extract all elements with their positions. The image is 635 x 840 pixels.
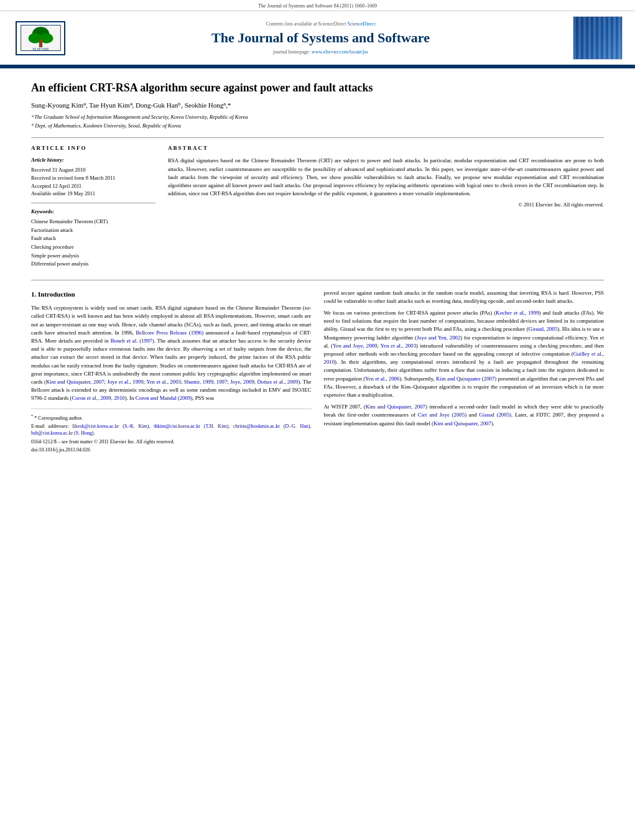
dottax-link[interactable]: Dottax et al., 2009: [257, 379, 298, 385]
date-online: Available online 19 May 2011: [31, 190, 155, 198]
intro-para-1: The RSA cryptosystem is widely used on s…: [31, 304, 312, 402]
copyright: © 2011 Elsevier Inc. All rights reserved…: [168, 201, 604, 209]
date-revised: Received in revised form 8 March 2011: [31, 174, 155, 182]
homepage-label: journal homepage:: [273, 49, 310, 55]
journal-citation-bar: The Journal of Systems and Software 84 (…: [0, 0, 635, 11]
homepage-line: journal homepage: www.elsevier.com/locat…: [81, 48, 560, 55]
article-info-column: ARTICLE INFO Article history: Received 3…: [31, 144, 155, 269]
abstract-column: ABSTRACT RSA digital signatures based on…: [168, 144, 604, 269]
giraud-link[interactable]: Giraud, 2005: [529, 326, 558, 332]
keyword-3: Fault attack: [31, 234, 155, 243]
keyword-5: Simple power analysis: [31, 252, 155, 261]
yen-2006-link[interactable]: Yen et al., 2006: [365, 376, 399, 382]
guilley-link[interactable]: Guilley et al., 2010: [324, 351, 605, 365]
article-info-abstract-section: ARTICLE INFO Article history: Received 3…: [31, 137, 604, 269]
joye-link-2[interactable]: Joye, 2009: [230, 379, 254, 385]
abstract-text: RSA digital signatures based on the Chin…: [168, 157, 604, 198]
journal-citation: The Journal of Systems and Software 84 (…: [258, 3, 377, 9]
elsevier-logo-svg: ELSEVIER: [17, 22, 64, 53]
contents-line: Contents lists available at ScienceDirec…: [81, 21, 560, 27]
svg-text:ELSEVIER: ELSEVIER: [32, 48, 49, 52]
elsevier-logo: ELSEVIER: [12, 21, 68, 55]
footnote-emails: E-mail addresses: likesk@cist.korea.ac.k…: [31, 423, 312, 436]
ciet-joye-link[interactable]: Ciet and Joye (2005): [418, 412, 466, 418]
keyword-1: Chinese Remainder Theorem (CRT): [31, 218, 155, 226]
yen-link-1[interactable]: Yen et al., 2003: [146, 379, 181, 385]
affiliations: ᵃ The Graduate School of Information Man…: [31, 114, 604, 130]
yen-joye-link[interactable]: Yen and Joye, 2000: [333, 343, 377, 349]
bellcore-link[interactable]: Bellcore Press Release (1996): [136, 330, 203, 336]
kim-quis-fdtc-link[interactable]: Kim and Quisquater, 2007: [433, 420, 491, 427]
body-section: 1. Introduction The RSA cryptosystem is …: [31, 280, 604, 455]
coron-mandal-link[interactable]: Coron and Mandal (2009): [136, 395, 193, 401]
shamir-link[interactable]: Shamir, 1999, 1997: [184, 379, 228, 385]
corresponding-label: * Corresponding author.: [34, 415, 83, 421]
kim-quis-2007-link[interactable]: Kim and Quisquater (2007): [436, 376, 496, 382]
kim-quis-wistp-link[interactable]: Kim and Quisquater, 2007: [366, 404, 425, 410]
intro-right-para-1: proved secure against random fault attac…: [324, 289, 605, 305]
elsevier-logo-box: ELSEVIER: [16, 21, 65, 55]
keyword-6: Differential power analysis: [31, 260, 155, 269]
svg-rect-4: [39, 39, 42, 47]
giraud-2005-link[interactable]: Giraud (2005): [479, 412, 511, 418]
intro-heading: 1. Introduction: [31, 289, 312, 300]
article-dates: Received 31 August 2010 Received in revi…: [31, 166, 155, 198]
date-accepted: Accepted 12 April 2011: [31, 182, 155, 190]
homepage-url[interactable]: www.elsevier.com/locate/jss: [312, 49, 368, 55]
email-label: E-mail addresses:: [31, 423, 68, 429]
abstract-heading: ABSTRACT: [168, 144, 604, 152]
paper-title: An efficient CRT-RSA algorithm secure ag…: [31, 81, 604, 95]
journal-title: The Journal of Systems and Software: [81, 30, 560, 46]
yen-2003-link[interactable]: Yen et al., 2003: [381, 343, 417, 349]
article-info-heading: ARTICLE INFO: [31, 144, 155, 152]
body-col-left: 1. Introduction The RSA cryptosystem is …: [31, 289, 312, 455]
keyword-2: Factorization attack: [31, 226, 155, 235]
footnote-corresponding: * * Corresponding author.: [31, 413, 312, 422]
intro-right-para-3: At WISTP 2007, (Kim and Quisquater, 2007…: [324, 403, 605, 428]
contents-text: Contents lists available at ScienceDirec…: [266, 21, 346, 27]
joye-link-1[interactable]: Joye et al., 1999: [108, 379, 144, 385]
joye-yen-link[interactable]: Joye and Yen, 2002: [417, 335, 460, 341]
journal-thumb-stripes: [573, 17, 622, 59]
info-divider: [31, 203, 155, 203]
affiliation-b: ᵇ Dept. of Mathematics, Kookmin Universi…: [31, 122, 604, 130]
boneh-link[interactable]: Boneh et al. (1997): [111, 338, 154, 344]
keywords-label: Keywords:: [31, 208, 155, 216]
coron-link[interactable]: Coron et al., 2009, 2010: [72, 395, 124, 401]
journal-header: ELSEVIER Contents lists available at Sci…: [0, 11, 635, 66]
main-content: An efficient CRT-RSA algorithm secure ag…: [0, 68, 635, 467]
footnote-section: * * Corresponding author. E-mail address…: [31, 408, 312, 453]
journal-thumbnail: [573, 16, 623, 60]
sciencedirect-link[interactable]: ScienceDirect: [347, 21, 375, 27]
two-col-body: 1. Introduction The RSA cryptosystem is …: [31, 289, 604, 455]
journal-center: Contents lists available at ScienceDirec…: [68, 21, 573, 56]
kocher-link[interactable]: Kocher et al., 1999: [496, 310, 539, 316]
article-history-label: Article history:: [31, 157, 155, 164]
authors: Sung-Kyoung Kimᵃ, Tae Hyun Kimᵃ, Dong-Gu…: [31, 101, 604, 110]
intro-right-para-2: We focus on various protections for CRT-…: [324, 309, 605, 399]
keyword-4: Checking procedure: [31, 243, 155, 252]
kim-quisquater-link-1[interactable]: Kim and Quisquater, 2007: [46, 379, 104, 385]
date-received: Received 31 August 2010: [31, 166, 155, 174]
email-link[interactable]: likesk@cist.korea.ac.kr (S.-K. Kim), thk…: [31, 423, 312, 436]
affiliation-a: ᵃ The Graduate School of Information Man…: [31, 114, 604, 121]
author-names: Sung-Kyoung Kimᵃ, Tae Hyun Kimᵃ, Dong-Gu…: [31, 101, 231, 109]
doi-line: doi:10.1016/j.jss.2011.04.026: [31, 446, 312, 453]
body-col-right: proved secure against random fault attac…: [324, 289, 605, 455]
footnote-rights: 0164-1212/$ – see front matter © 2011 El…: [31, 438, 312, 445]
keywords-list: Chinese Remainder Theorem (CRT) Factoriz…: [31, 218, 155, 269]
